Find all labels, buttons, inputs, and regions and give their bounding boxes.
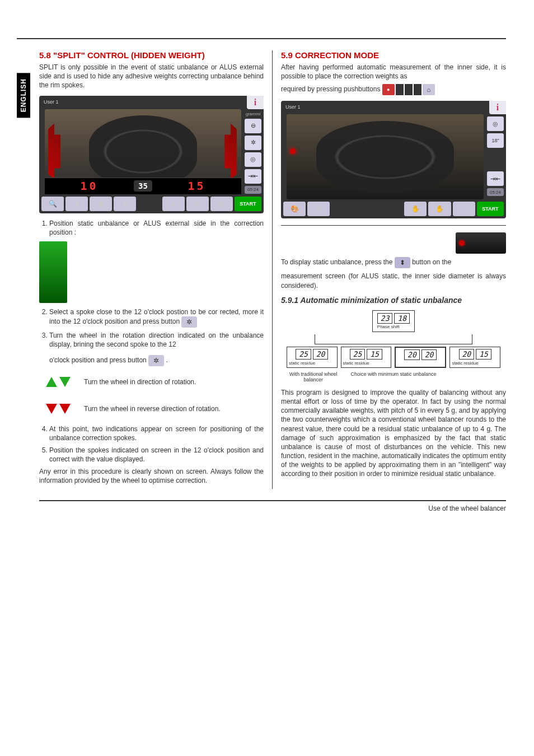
spoke-button-icon: ✲ (181, 316, 197, 328)
step-2: Select a spoke close to the 12 o'clock p… (49, 307, 264, 328)
wheel-view-2 (287, 114, 484, 199)
info-icon-2: i (489, 101, 506, 114)
opt1-v2: 20 (313, 349, 329, 360)
arrows-fwd (39, 371, 77, 393)
divider (281, 225, 506, 226)
home-icon: ⌂ (423, 84, 435, 95)
split-icon-2: ⇥⇤ (487, 171, 504, 186)
balance-button-icon: ⬍ (395, 257, 410, 268)
hand-icon-2: ✋ (428, 202, 451, 216)
palette-icon: 🎨 (283, 202, 306, 216)
value-mid: 35 (134, 180, 152, 192)
diamond-icon: ◈ (162, 197, 185, 211)
section-5-9-1-heading: 5.9.1 Automatic minimization of static u… (281, 296, 506, 305)
arrow-down-red-icon (46, 404, 57, 414)
start-button: START (235, 197, 261, 211)
correction-screen-image: User 1 i ◎ 18" ⇥⇤ 05:24 🎨 ⊖ ✋ ✋ (281, 101, 506, 218)
arrow-up-icon (46, 377, 57, 387)
section-5-9-heading: 5.9 CORRECTION MODE (281, 50, 506, 60)
options-row: 25 20 static residue 25 15 static residu… (287, 347, 500, 368)
weight-select-icon: ⊖ (307, 202, 330, 216)
instruction-list-3: At this point, two indications appear on… (49, 424, 264, 464)
section-5-9-intro-2: required by pressing pushbuttons ● ⌂ (281, 84, 506, 95)
split-screen-image: User 1 i grammi ⊖ ✲ ◎ ⇥⇤ 05:24 10 35 15 (39, 96, 264, 213)
spoke-button-icon-2: ✲ (148, 355, 164, 366)
unbalance-values: 10 35 15 (45, 178, 241, 194)
user-label-2: User 1 (285, 104, 301, 110)
option-4: 20 15 static residue (449, 347, 500, 368)
right-arrows-icon (224, 124, 237, 180)
instruction-list: Position static unbalance or ALUS extern… (49, 219, 264, 237)
static-line: To display static unbalance, press the ⬍… (281, 257, 506, 268)
option-2: 25 15 static residue (341, 347, 391, 368)
page-header (17, 17, 506, 39)
clock-label: 05:24 (245, 186, 261, 194)
arrow-down-red-icon-2 (59, 404, 71, 414)
opt4-v2: 15 (476, 349, 491, 360)
arrow-down-icon (59, 377, 71, 387)
opt4-label: static residue (452, 361, 498, 366)
branch-line (315, 334, 472, 344)
intro2-text: required by pressing pushbuttons (281, 86, 380, 94)
top-val-1: 23 (377, 313, 393, 324)
minimization-diagram: 23 18 Phase shift 25 20 static residue 2… (287, 310, 500, 382)
step-3: Turn the wheel in the rotation direction… (49, 331, 264, 366)
opt2-v1: 25 (350, 349, 366, 360)
static-text-1: To display static unbalance, press the (281, 259, 392, 267)
flag-icon: ◈ (186, 197, 209, 211)
split-icon: ⇥⇤ (245, 169, 261, 184)
top-label: Phase shift (377, 324, 410, 329)
gauge-closeup-image (456, 232, 506, 254)
unit-label: grammi (245, 111, 261, 116)
section-5-8-intro: SPLIT is only possible in the event of s… (39, 63, 264, 90)
screen-toolbar: 🔍 ⬍ ▣ ◉ ◈ ◈ ▤ START (41, 197, 261, 211)
list-icon: ▤ (210, 197, 233, 211)
arrows-rev (39, 398, 77, 420)
section-5-9-1-body: This program is designed to improve the … (281, 388, 506, 479)
target-icon-2: ◎ (487, 116, 504, 131)
content: 5.8 "SPLIT" CONTROL (HIDDEN WEIGHT) SPLI… (39, 50, 506, 489)
static-line-3: measurement screen (for ALUS static, the… (281, 272, 506, 290)
pushbutton-strip: ● ⌂ (382, 84, 435, 95)
section-5-9-intro-1: After having performed automatic measure… (281, 63, 506, 81)
opt3-v1: 20 (404, 349, 420, 360)
option-3: 20 20 (395, 347, 446, 368)
diagram-top-box: 23 18 Phase shift (372, 310, 415, 332)
rotation-fwd-text: Turn the wheel in direction of rotation. (84, 378, 196, 386)
top-val-2: 18 (394, 313, 410, 324)
screen-sidebar: grammi ⊖ ✲ ◎ ⇥⇤ 05:24 (245, 111, 261, 194)
start-button-2: START (477, 202, 504, 216)
step-2-text: Select a spoke close to the 12 o'clock p… (49, 308, 264, 325)
value-right: 15 (152, 179, 241, 193)
left-arrows-icon (48, 124, 60, 180)
opt3-v2: 20 (421, 349, 437, 360)
section-5-8-heading: 5.8 "SPLIT" CONTROL (HIDDEN WEIGHT) (39, 50, 264, 60)
screen-sidebar-2: ◎ 18" ⇥⇤ 05:24 (487, 116, 504, 196)
opt1-v1: 25 (296, 349, 311, 360)
wheel-icon-2 (316, 121, 454, 193)
opt4-v1: 20 (459, 349, 475, 360)
disc-icon: ◉ (114, 197, 136, 211)
step-3-text-a: Turn the wheel in the rotation direction… (49, 332, 264, 348)
step-1: Position static unbalance or ALUS extern… (49, 219, 264, 237)
size-icon: 18" (487, 133, 504, 148)
profile-icon: ▣ (90, 197, 112, 211)
caption-traditional: With traditional wheel balancer (287, 371, 340, 382)
static-text-2: button on the (412, 259, 451, 267)
info-icon: i (247, 96, 264, 109)
option-1: 25 20 static residue (287, 347, 337, 368)
opt2-label: static residue (343, 361, 389, 366)
value-left: 10 (45, 179, 134, 193)
opt2-v2: 15 (367, 349, 382, 360)
screen-toolbar-2: 🎨 ⊖ ✋ ✋ ⌂ START (283, 202, 504, 216)
user-label: User 1 (44, 99, 59, 105)
step-4: At this point, two indications appear on… (49, 424, 264, 442)
home-icon-2: ⌂ (453, 202, 475, 216)
caption-minimum: Choice with minimum static unbalance (340, 371, 447, 382)
page-footer: Use of the wheel balancer (39, 500, 506, 512)
red-dot-icon: ● (382, 84, 395, 95)
weight-icon: ⊖ (245, 119, 261, 133)
balance-icon: ⬍ (65, 197, 88, 211)
language-tab: ENGLISH (17, 73, 30, 118)
right-column: 5.9 CORRECTION MODE After having perform… (273, 50, 506, 489)
